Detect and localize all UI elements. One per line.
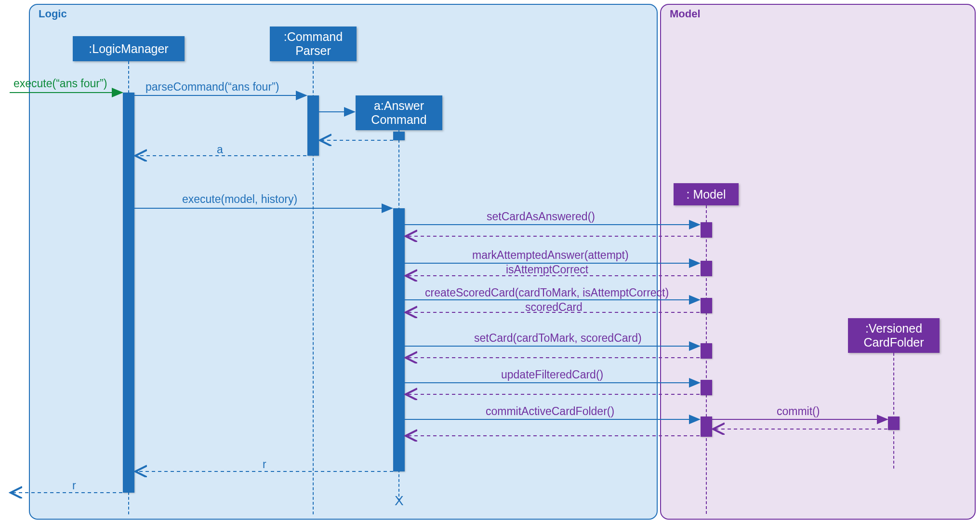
msg-parse-command: parseCommand(“ans four”) <box>146 81 279 94</box>
answercommand-activation-exec <box>393 208 405 471</box>
versionedcardfolder-head: :Versioned CardFolder <box>848 318 940 353</box>
msg-commitactivecardfolder: commitActiveCardFolder() <box>486 405 614 418</box>
model-act-4 <box>701 343 712 359</box>
answercommand-activation-create <box>393 132 405 140</box>
msg-setcard: setCard(cardToMark, scoredCard) <box>474 332 642 345</box>
msg-markattemptedanswer: markAttemptedAnswer(attempt) <box>472 249 629 262</box>
answercommand-head: a:Answer Command <box>356 95 442 130</box>
msg-return-r1: r <box>263 458 266 471</box>
commandparser-activation <box>307 95 319 156</box>
logicmanager-head: :LogicManager <box>73 36 185 61</box>
msg-updatefilteredcard: updateFilteredCard() <box>501 368 603 381</box>
vcf-act <box>888 417 900 430</box>
versionedcardfolder-lifeline <box>893 353 894 469</box>
model-lifeline <box>706 205 707 514</box>
logic-label: Logic <box>39 8 67 20</box>
msg-createscoredcard: createScoredCard(cardToMark, isAttemptCo… <box>425 286 669 299</box>
model-act-3 <box>701 298 712 313</box>
commandparser-head: :Command Parser <box>270 27 357 61</box>
model-label: Model <box>670 8 701 20</box>
model-act-1 <box>701 222 712 238</box>
msg-setcardasanswered: setCardAsAnswered() <box>487 210 595 223</box>
model-act-2 <box>701 261 712 276</box>
destroy-x: X <box>395 493 404 509</box>
model-act-6 <box>701 417 712 437</box>
msg-scoredcard: scoredCard <box>525 301 583 314</box>
msg-execute-model-history: execute(model, history) <box>182 193 297 206</box>
msg-return-r2: r <box>72 479 76 492</box>
model-act-5 <box>701 380 712 395</box>
msg-isattemptcorrect: isAttemptCorrect <box>506 263 588 276</box>
msg-return-a: a <box>217 143 223 156</box>
model-head: : Model <box>674 183 739 205</box>
logicmanager-activation <box>123 93 134 493</box>
msg-commit: commit() <box>777 405 820 418</box>
msg-execute-ans-four: execute(“ans four”) <box>13 77 107 90</box>
